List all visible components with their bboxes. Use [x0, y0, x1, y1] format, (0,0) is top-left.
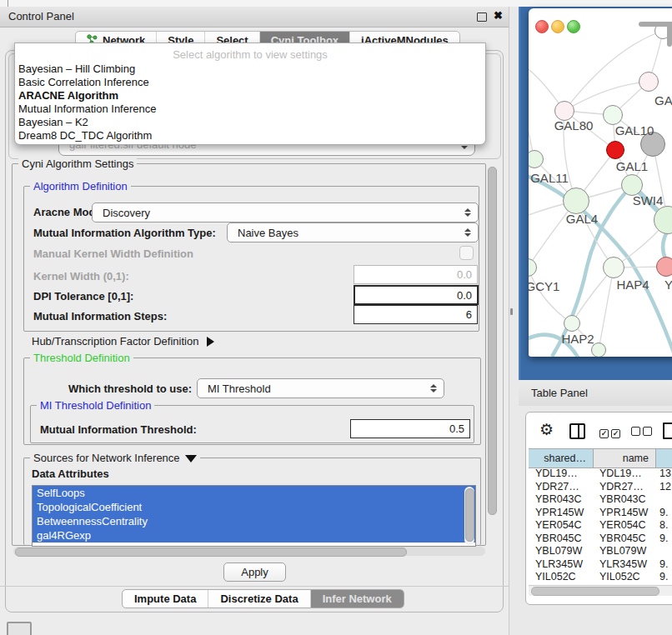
table-cell[interactable]: YBL079W: [594, 545, 656, 558]
column-header-name[interactable]: name: [594, 449, 656, 468]
network-vscroll-thumb[interactable]: [667, 22, 672, 47]
algorithm-option[interactable]: ARACNE Algorithm: [15, 89, 485, 102]
network-node-hap4[interactable]: [603, 257, 624, 278]
table-hscroll-thumb[interactable]: [531, 587, 659, 596]
settings-hscroll-thumb[interactable]: [15, 548, 407, 557]
table-cell[interactable]: YDR27…: [594, 481, 656, 494]
minimize-window-icon[interactable]: [551, 20, 564, 33]
table-row[interactable]: YDL19…YDL19…13: [529, 468, 672, 481]
table-row[interactable]: YBL079WYBL079W: [529, 545, 672, 558]
which-threshold-label: Which threshold to use:: [50, 382, 192, 395]
network-node-hap2[interactable]: [564, 315, 580, 332]
algorithm-option[interactable]: Basic Correlation Inference: [15, 76, 485, 89]
table-horizontal-scrollbar[interactable]: [529, 585, 672, 596]
table-cell[interactable]: YPR145W: [594, 507, 656, 520]
table-cell[interactable]: YDL19…: [529, 468, 594, 481]
close-window-icon[interactable]: [535, 20, 549, 33]
table-cell[interactable]: 9.: [656, 507, 672, 520]
settings-horizontal-scrollbar[interactable]: [13, 547, 485, 556]
settings-vscroll-thumb[interactable]: [488, 167, 497, 515]
network-node-label: GAL10: [615, 123, 654, 138]
table-cell[interactable]: 8.: [656, 519, 672, 532]
column-layout-icon[interactable]: [569, 423, 585, 439]
mi-steps-input[interactable]: 6: [354, 305, 478, 324]
table-cell[interactable]: YIL052C: [594, 571, 656, 583]
mi-threshold-input[interactable]: 0.5: [350, 419, 470, 438]
apply-button[interactable]: Apply: [223, 562, 286, 582]
attribute-list-item[interactable]: TopologicalCoefficient: [33, 500, 475, 514]
combo-spinner-icon: [464, 228, 470, 237]
table-body: YDL19…YDL19…13YDR27…YDR27…12YBR043CYBR04…: [529, 468, 672, 583]
attribute-list-item[interactable]: gal4RGexp: [33, 528, 475, 542]
list-scrollbar[interactable]: [464, 487, 474, 545]
algorithm-option[interactable]: Bayesian – Hill Climbing: [15, 62, 485, 76]
tab-label: Discretize Data: [220, 592, 298, 605]
attribute-list-item[interactable]: BetweennessCentrality: [33, 514, 475, 528]
network-view-window[interactable]: GALGAL80GAL10GAL1GAL11GAL4SWI4HAP4YGCY1H…: [529, 8, 672, 357]
table-cell[interactable]: YDL19…: [594, 468, 656, 481]
table-cell[interactable]: YLR345W: [594, 558, 656, 572]
tab-discretize-data[interactable]: Discretize Data: [208, 590, 310, 608]
column-header-partial[interactable]: [656, 449, 672, 468]
list-scrollbar-thumb[interactable]: [465, 488, 474, 542]
data-attributes-list[interactable]: SelfLoopsTopologicalCoefficientBetweenne…: [32, 485, 476, 547]
sources-group-title[interactable]: Sources for Network Inference: [30, 452, 200, 463]
table-cell[interactable]: YIL052C: [529, 571, 594, 583]
settings-vertical-scrollbar[interactable]: [488, 165, 497, 555]
select-all-columns-icon[interactable]: ✓✓: [599, 426, 623, 438]
algorithm-option[interactable]: Dream8 DC_TDC Algorithm: [15, 129, 485, 142]
table-cell[interactable]: YBR043C: [529, 493, 594, 507]
close-icon[interactable]: ✖: [494, 9, 503, 22]
table-cell[interactable]: YPR145W: [529, 507, 594, 520]
network-node[interactable]: [606, 141, 624, 159]
table-cell[interactable]: YBL079W: [529, 545, 594, 558]
gear-icon[interactable]: ⚙: [539, 420, 554, 439]
table-cell[interactable]: [656, 545, 672, 558]
table-cell[interactable]: YER054C: [594, 519, 656, 532]
table-cell[interactable]: YLR345W: [529, 558, 594, 572]
table-row[interactable]: YDR27…YDR27…12: [529, 481, 672, 494]
hub-definition-expander[interactable]: Hub/Transcription Factor Definition: [32, 335, 214, 348]
network-node-label: GAL: [654, 93, 672, 108]
network-node-y[interactable]: [656, 257, 672, 277]
manual-kernel-checkbox[interactable]: [459, 246, 474, 260]
table-cell[interactable]: 13: [656, 468, 672, 481]
network-node-gal[interactable]: [639, 72, 659, 92]
table-cell[interactable]: 12: [656, 481, 672, 494]
tab-infer-network[interactable]: Infer Network: [311, 590, 404, 608]
algorithm-option[interactable]: Bayesian – K2: [15, 116, 485, 129]
which-threshold-combobox[interactable]: MI Threshold: [197, 378, 444, 398]
table-row[interactable]: YPR145WYPR145W9.: [529, 507, 672, 520]
table-cell[interactable]: YBR043C: [594, 493, 656, 507]
table-cell[interactable]: YDR27…: [529, 481, 594, 494]
tab-impute-data[interactable]: Impute Data: [123, 590, 208, 608]
network-node-gal4[interactable]: [563, 188, 589, 214]
deselect-all-columns-icon[interactable]: [631, 426, 654, 438]
table-cell[interactable]: YBR045C: [529, 532, 594, 546]
table-cell[interactable]: 9.: [656, 532, 672, 546]
table-cell[interactable]: 9.: [656, 558, 672, 572]
kernel-width-input[interactable]: 0.0: [354, 265, 478, 284]
aracne-mode-combobox[interactable]: Discovery: [92, 202, 479, 222]
export-table-icon[interactable]: [663, 422, 672, 439]
table-cell[interactable]: YER054C: [529, 519, 594, 532]
table-row[interactable]: YER054CYER054C8.: [529, 519, 672, 532]
column-header-shared-name[interactable]: shared…: [529, 449, 594, 468]
splitter-grabber[interactable]: [510, 308, 513, 315]
table-cell[interactable]: 9.: [656, 571, 672, 583]
network-node-gal10[interactable]: [603, 105, 623, 125]
mi-type-combobox[interactable]: Naive Bayes: [227, 222, 479, 242]
algorithm-option[interactable]: Mutual Information Inference: [15, 102, 485, 116]
zoom-window-icon[interactable]: [567, 20, 580, 33]
attribute-list-item[interactable]: SelfLoops: [33, 486, 475, 500]
table-row[interactable]: YLR345WYLR345W9.: [529, 558, 672, 572]
table-row[interactable]: YBR045CYBR045C9.: [529, 532, 672, 546]
table-row[interactable]: YIL052CYIL052C9.: [529, 571, 672, 583]
dpi-tolerance-input[interactable]: 0.0: [354, 285, 479, 305]
top-strip-tick: [8, 0, 8, 7]
minimized-panel-button[interactable]: [7, 622, 32, 635]
table-cell[interactable]: YBR045C: [594, 532, 656, 546]
table-row[interactable]: YBR043CYBR043C: [529, 493, 672, 507]
float-window-icon[interactable]: [477, 12, 487, 22]
table-cell[interactable]: [656, 493, 672, 507]
